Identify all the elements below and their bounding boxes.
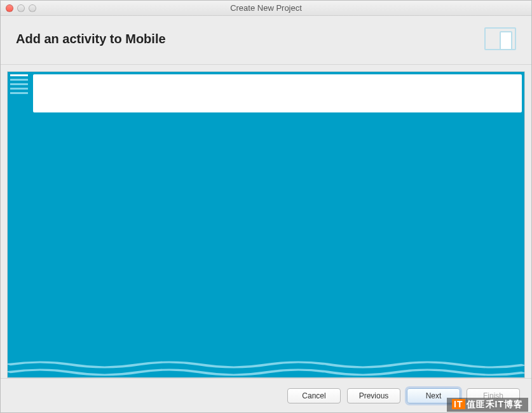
next-button[interactable]: Next [407, 388, 460, 403]
template-thumb [409, 218, 510, 298]
cancel-button[interactable]: Cancel [287, 388, 341, 403]
wizard-header: Add an activity to Mobile [1, 16, 531, 65]
page-title: Add an activity to Mobile [16, 32, 166, 46]
template-master-detail-flow[interactable]: Master/Detail Flow [395, 209, 524, 346]
project-wizard-window: Create New Project Add an activity to Mo… [0, 0, 532, 413]
titlebar: Create New Project [1, 1, 531, 16]
wizard-footer: Cancel Previous Next Finish [1, 378, 531, 412]
window-title: Create New Project [1, 3, 531, 13]
form-factor-icon [484, 27, 516, 50]
template-gallery: Add No Activity ∿∿∿∿ Blank Activity ∿∿∿∿… [7, 71, 525, 378]
finish-button[interactable]: Finish [467, 388, 520, 403]
previous-button[interactable]: Previous [347, 388, 400, 403]
